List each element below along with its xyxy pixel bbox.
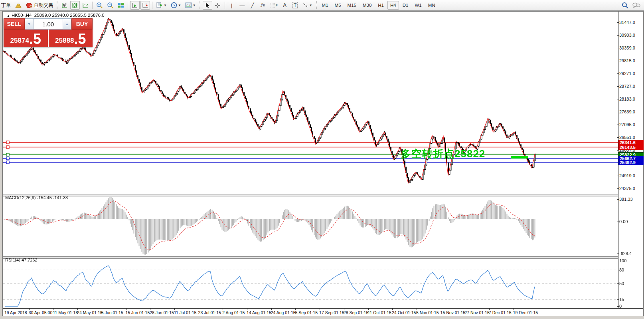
buy-price-int: 25888: [55, 36, 74, 46]
timeframe-button-mn[interactable]: MN: [425, 1, 438, 10]
cursor-arrow-icon: [205, 2, 210, 8]
rsi-pane-canvas[interactable]: [3, 259, 618, 308]
timeframe-button-h1[interactable]: H1: [375, 1, 387, 10]
price-axis-tick: 24919.0: [619, 173, 635, 178]
line-chart-button[interactable]: [81, 1, 90, 10]
bar-chart-button[interactable]: [60, 1, 69, 10]
time-axis-label: 28 Jun 01:15: [150, 310, 174, 315]
expand-marker-icon[interactable]: ▲: [7, 14, 10, 18]
chart-shift-icon: [142, 2, 148, 8]
gold-icon-button[interactable]: [13, 1, 24, 10]
dropdown-arrow-icon: ▼: [193, 4, 196, 7]
time-axis-label: 17 Sep 01:15: [319, 310, 344, 315]
tile-windows-button[interactable]: [116, 1, 126, 10]
template-icon: [185, 2, 192, 8]
templates-button[interactable]: ▼: [184, 1, 198, 10]
toolbar-separator: [152, 2, 152, 9]
price-axis-tick: 29815.0: [619, 58, 635, 63]
rsi-axis-tick: 15: [619, 297, 624, 302]
vertical-line-button[interactable]: |: [227, 1, 237, 10]
price-axis-tick: 30359.0: [619, 46, 635, 50]
chart-shift-button[interactable]: [140, 1, 150, 10]
time-axis[interactable]: 19 Apr 201830 Apr 05:0011 May 01:1524 Ma…: [3, 308, 643, 316]
autotrading-label: 自动交易: [34, 2, 53, 9]
search-button[interactable]: [620, 1, 630, 10]
dropdown-arrow-icon: ▼: [178, 4, 181, 7]
time-axis-label: 19 Apr 2018: [4, 310, 27, 315]
clock-icon: [171, 2, 177, 8]
indicators-button[interactable]: ▼: [154, 1, 168, 10]
horizontal-line-button[interactable]: —: [237, 1, 247, 10]
pane-splitter[interactable]: [3, 256, 643, 259]
vertical-line-icon: |: [231, 2, 232, 8]
timeframe-button-m15[interactable]: M15: [345, 1, 359, 10]
new-order-label: 丁单: [1, 2, 11, 9]
time-axis-label: 2 Aug 01:15: [222, 310, 245, 315]
price-chart-canvas[interactable]: [3, 12, 618, 194]
text-button[interactable]: A: [280, 1, 290, 10]
volume-input[interactable]: 1.00: [34, 19, 63, 29]
timeframe-button-d1[interactable]: D1: [400, 1, 411, 10]
timeframe-button-m5[interactable]: M5: [332, 1, 344, 10]
zoom-out-icon: [107, 2, 114, 8]
channel-button[interactable]: ⫽ E: [258, 1, 268, 10]
timeframe-button-w1[interactable]: W1: [412, 1, 424, 10]
dropdown-arrow-icon: ▼: [164, 4, 167, 7]
text-label-icon: T: [292, 2, 298, 8]
toolbar-separator: [128, 2, 128, 9]
one-click-trading-panel: SELL ▼ 1.00 ▲ BUY 25874.5 25888.5: [4, 18, 93, 47]
text-label-button[interactable]: T: [290, 1, 300, 10]
auto-scroll-button[interactable]: [130, 1, 140, 10]
toolbar-grip: [316, 1, 318, 9]
timeframe-button-m30[interactable]: M30: [360, 1, 374, 10]
line-chart-icon: [82, 2, 89, 8]
fibonacci-button[interactable]: F: [269, 1, 279, 10]
sell-button[interactable]: SELL: [4, 18, 25, 30]
volume-increase-button[interactable]: ▲: [63, 19, 71, 29]
crosshair-button[interactable]: [213, 1, 223, 10]
chart-window: ▲HK50-,H4 25899.0 25940.0 25855.5 25876.…: [2, 11, 644, 316]
volume-control: ▼ 1.00 ▲: [25, 18, 71, 30]
sell-price-display[interactable]: 25874.5: [4, 30, 48, 47]
time-axis-label: 30 Apr 05:00: [29, 310, 53, 315]
price-axis-tick: 24375.0: [619, 186, 635, 191]
pane-splitter[interactable]: [3, 194, 643, 196]
chart-text-annotation[interactable]: 多空转折点25822: [401, 147, 485, 161]
price-axis-tick: 30903.0: [619, 33, 635, 38]
zoom-in-button[interactable]: [95, 1, 105, 10]
arrows-button[interactable]: ▼: [301, 1, 314, 10]
search-icon: [622, 2, 628, 8]
time-axis-label: 11 May 01:15: [53, 310, 78, 315]
channel-label: E: [263, 4, 265, 7]
main-toolbar: 丁单 自动交易: [0, 0, 644, 11]
macd-pane-canvas[interactable]: [3, 196, 618, 256]
trendline-button[interactable]: ╱: [248, 1, 257, 10]
timeframe-group: M1M5M15M30H1H4D1W1MN: [319, 1, 439, 10]
rsi-axis-tick: 50: [619, 281, 624, 286]
time-axis-label: 15 Jun 01:15: [126, 310, 150, 315]
timeframe-button-m1[interactable]: M1: [319, 1, 331, 10]
crosshair-icon: [215, 2, 221, 8]
autotrading-icon: [26, 2, 33, 8]
macd-values: -154.45 -141.33: [37, 195, 68, 200]
price-axis-tick: 26551.0: [619, 135, 635, 140]
candle-chart-button[interactable]: [70, 1, 80, 10]
buy-price-display[interactable]: 25888.5: [49, 30, 93, 47]
macd-axis-tick: -628.4: [619, 251, 632, 256]
new-order-button[interactable]: 丁单: [0, 1, 12, 10]
time-axis-label: 5 Sep 01:15: [295, 310, 318, 315]
timeframe-button-h4[interactable]: H4: [387, 1, 399, 10]
buy-button[interactable]: BUY: [71, 18, 93, 30]
time-axis-label: 14 Aug 01:15: [247, 310, 271, 315]
price-axis[interactable]: 31447.030903.030359.029815.029271.028727…: [618, 12, 643, 308]
time-axis-label: 24 Aug 01:15: [271, 310, 296, 315]
volume-decrease-button[interactable]: ▼: [25, 19, 34, 29]
chat-button[interactable]: [631, 1, 642, 10]
chart-symbol-period: HK50-,H4: [12, 13, 32, 18]
price-line-label: 26143.5: [618, 145, 644, 150]
cursor-button[interactable]: [203, 1, 212, 10]
time-axis-label: 27 Nov 01:15: [464, 310, 489, 315]
periods-button[interactable]: ▼: [169, 1, 183, 10]
zoom-out-button[interactable]: [105, 1, 115, 10]
autotrading-button[interactable]: 自动交易: [24, 1, 55, 10]
